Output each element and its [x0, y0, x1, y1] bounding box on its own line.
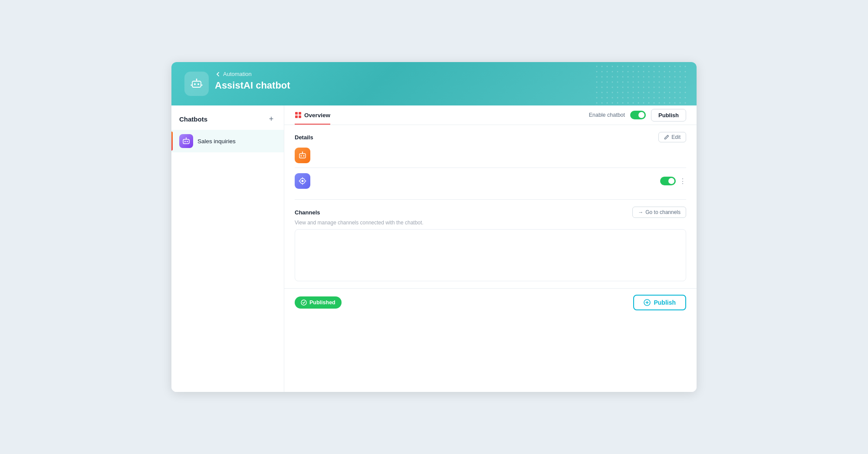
edit-button[interactable]: Edit	[658, 132, 686, 142]
svg-point-130	[617, 102, 618, 104]
published-badge: Published	[295, 296, 342, 309]
svg-point-107	[685, 92, 686, 93]
tab-controls: Enable chatbot Publish	[589, 109, 686, 122]
chatbot-item-icon	[179, 134, 193, 148]
svg-point-140	[669, 102, 671, 104]
svg-point-99	[643, 92, 644, 93]
svg-point-118	[648, 97, 650, 99]
body-area: Chatbots + Sales inquiries	[171, 105, 697, 392]
svg-rect-156	[295, 112, 298, 115]
svg-point-141	[674, 102, 676, 104]
svg-point-166	[302, 180, 304, 182]
channels-header: Channels → Go to channels	[295, 207, 686, 218]
svg-point-128	[607, 102, 608, 104]
grid-icon	[295, 112, 302, 118]
publish-button-top[interactable]: Publish	[651, 109, 686, 122]
back-nav[interactable]: Automation	[215, 71, 684, 77]
svg-point-96	[628, 92, 629, 93]
arrow-right-icon: →	[638, 209, 643, 215]
svg-point-97	[633, 92, 634, 93]
svg-point-10	[648, 66, 650, 67]
svg-point-127	[602, 102, 603, 104]
toggle-row-right: ⋮	[660, 177, 686, 185]
svg-point-90	[596, 92, 598, 93]
svg-point-103	[664, 92, 665, 93]
back-label: Automation	[223, 71, 252, 77]
publish-circle-icon	[644, 299, 651, 306]
svg-rect-159	[299, 115, 301, 118]
svg-rect-157	[299, 112, 301, 115]
add-chatbot-button[interactable]: +	[266, 114, 276, 124]
svg-rect-160	[299, 154, 306, 158]
svg-point-35	[685, 71, 686, 72]
svg-point-16	[680, 66, 681, 67]
app-container: // inline dots via repeated circles appr…	[171, 62, 697, 392]
tabs-bar: Overview Enable chatbot Publish	[284, 105, 697, 125]
svg-point-13	[664, 66, 665, 67]
sidebar-title: Chatbots	[179, 115, 207, 123]
svg-point-171	[301, 300, 306, 305]
details-title-row: Details Edit	[295, 132, 686, 142]
svg-point-152	[184, 141, 186, 142]
bot-orange-icon	[295, 148, 310, 163]
svg-point-125	[685, 97, 686, 99]
svg-point-162	[303, 155, 305, 157]
published-icon	[301, 299, 307, 306]
goto-channels-button[interactable]: → Go to channels	[632, 207, 686, 218]
svg-point-108	[596, 97, 598, 99]
svg-point-132	[628, 102, 629, 104]
svg-point-11	[654, 66, 655, 67]
svg-point-113	[622, 97, 624, 99]
svg-rect-144	[192, 81, 201, 87]
svg-point-102	[659, 92, 660, 93]
channels-subtitle: View and manage channels connected with …	[295, 220, 686, 226]
svg-point-155	[186, 138, 187, 138]
dots-menu[interactable]: ⋮	[679, 177, 686, 185]
svg-point-143	[685, 102, 686, 104]
svg-point-126	[596, 102, 598, 104]
divider-channels	[295, 199, 686, 200]
sidebar-item-sales-inquiries[interactable]: Sales inquiries	[171, 130, 284, 152]
svg-point-2	[607, 66, 608, 67]
svg-point-138	[659, 102, 660, 104]
svg-point-114	[628, 97, 629, 99]
sidebar: Chatbots + Sales inquiries	[171, 105, 284, 392]
svg-point-9	[643, 66, 644, 67]
tab-overview[interactable]: Overview	[295, 105, 330, 125]
details-toggle-row: ⋮	[295, 170, 686, 192]
svg-point-137	[654, 102, 655, 104]
svg-rect-151	[183, 139, 189, 144]
channels-box	[295, 229, 686, 281]
svg-point-124	[680, 97, 681, 99]
header-bot-icon	[184, 72, 209, 96]
details-section: Details Edit	[284, 125, 697, 199]
svg-point-92	[607, 92, 608, 93]
svg-point-53	[685, 76, 686, 78]
svg-point-8	[638, 66, 639, 67]
sidebar-header: Chatbots +	[171, 114, 284, 130]
details-item-toggle[interactable]	[660, 177, 676, 185]
svg-point-110	[607, 97, 608, 99]
svg-point-17	[685, 66, 686, 67]
details-title: Details	[295, 134, 313, 141]
bot-purple-icon	[295, 173, 310, 189]
svg-point-89	[685, 87, 686, 88]
svg-point-148	[196, 79, 197, 80]
svg-point-0	[596, 66, 598, 67]
header-content: Automation AssistAI chatbot	[215, 71, 684, 91]
enable-chatbot-toggle[interactable]	[630, 111, 646, 119]
publish-button-bottom[interactable]: Publish	[633, 295, 686, 310]
svg-point-139	[664, 102, 665, 104]
svg-point-153	[187, 141, 188, 142]
svg-point-119	[654, 97, 655, 99]
svg-point-111	[612, 97, 613, 99]
svg-point-95	[622, 92, 624, 93]
svg-point-91	[602, 92, 603, 93]
divider-1	[295, 168, 686, 168]
svg-point-4	[617, 66, 618, 67]
svg-point-71	[685, 82, 686, 83]
svg-point-115	[633, 97, 634, 99]
svg-rect-158	[295, 115, 298, 118]
details-bot-icon-row	[295, 148, 686, 163]
svg-point-100	[648, 92, 650, 93]
